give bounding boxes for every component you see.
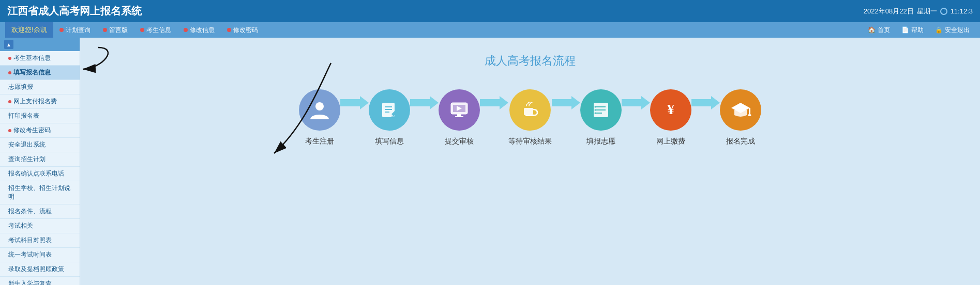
help-label: 帮助 — [911, 26, 924, 35]
sidebar-item-label: 考生基本信息 — [13, 54, 51, 62]
screen-icon — [448, 99, 471, 121]
sidebar-item-label: 报名确认点联系电话 — [8, 169, 64, 178]
nav-bar: 欢迎您!余凯 计划查询 留言版 考生信息 修改信息 修改密码 🏠 首页 📄 — [0, 22, 980, 38]
nav-info-btn[interactable]: 考生信息 — [134, 22, 177, 38]
nav-right: 🏠 首页 📄 帮助 🔒 安全退出 — [863, 22, 975, 38]
yuan-icon: ¥ — [659, 99, 682, 121]
sidebar-item-label: 打印报名表 — [8, 112, 39, 120]
step-wait-circle[interactable] — [509, 89, 551, 131]
sidebar-item-label: 统一考试时间表 — [8, 250, 52, 259]
content-area: 成人高考报名流程 考生注册 — [80, 38, 980, 285]
sidebar-item-new-student[interactable]: 新生入学与复查 — [0, 277, 80, 285]
arrow-2 — [410, 95, 439, 126]
step-volunteer-label: 填报志愿 — [586, 137, 615, 146]
sidebar-item-label: 录取及提档照顾政策 — [8, 265, 64, 274]
person-icon — [308, 99, 331, 121]
arrow-6 — [691, 95, 720, 126]
sidebar-item-volunteer[interactable]: 志愿填报 — [0, 80, 80, 94]
step-submit-circle[interactable] — [439, 89, 480, 131]
arrow-icon — [410, 95, 439, 110]
sidebar-item-conditions[interactable]: 报名条件、流程 — [0, 204, 80, 219]
step-pay-label: 网上缴费 — [656, 137, 685, 146]
sidebar-item-safe-exit[interactable]: 安全退出系统 — [0, 138, 80, 152]
sidebar-item-label: 报名条件、流程 — [8, 207, 52, 216]
sidebar-item-label: 填写报名信息 — [13, 68, 51, 77]
step-submit[interactable]: 提交审核 — [439, 89, 480, 146]
step-pay-circle[interactable]: ¥ — [650, 89, 691, 131]
nav-edit-btn[interactable]: 修改信息 — [177, 22, 221, 38]
nav-plan-btn[interactable]: 计划查询 — [53, 22, 97, 38]
step-volunteer[interactable]: 填报志愿 — [580, 89, 622, 146]
step-register[interactable]: 考生注册 — [299, 89, 340, 146]
step-wait[interactable]: 等待审核结果 — [508, 89, 552, 146]
arrow-1 — [340, 95, 369, 126]
step-fill-circle[interactable] — [369, 89, 410, 131]
svg-rect-28 — [749, 108, 750, 114]
sidebar-item-print[interactable]: 打印报名表 — [0, 109, 80, 123]
sidebar-item-school-plan[interactable]: 招生学校、招生计划说明 — [0, 181, 80, 204]
sidebar-item-unified-time[interactable]: 统一考试时间表 — [0, 248, 80, 262]
svg-point-23 — [595, 113, 596, 114]
logout-label: 安全退出 — [945, 26, 970, 35]
arrow-icon — [480, 95, 508, 110]
sidebar-header: ▲ — [0, 38, 80, 51]
svg-point-29 — [748, 114, 751, 116]
sidebar-item-label: 安全退出系统 — [8, 140, 46, 149]
sidebar-item-exam-related[interactable]: 考试相关 — [0, 219, 80, 233]
nav-board-dot — [103, 28, 107, 32]
nav-info-dot — [140, 28, 144, 32]
edit-icon — [378, 99, 401, 121]
step-pay[interactable]: ¥ 网上缴费 — [650, 89, 691, 146]
sidebar-item-fill-info[interactable]: 填写报名信息 — [0, 66, 80, 80]
svg-marker-16 — [552, 96, 580, 109]
step-complete-circle[interactable] — [720, 89, 761, 131]
sidebar: ▲ 考生基本信息 填写报名信息 志愿填报 网上支付报名费 打印报名表 修改考生密… — [0, 38, 80, 285]
svg-marker-26 — [691, 96, 720, 109]
nav-left: 欢迎您!余凯 计划查询 留言版 考生信息 修改信息 修改密码 — [5, 22, 264, 38]
sidebar-item-basic-info[interactable]: 考生基本信息 — [0, 51, 80, 66]
nav-board-btn[interactable]: 留言版 — [97, 22, 134, 38]
sidebar-item-label: 修改考生密码 — [13, 126, 51, 135]
sidebar-item-subject-table[interactable]: 考试科目对照表 — [0, 233, 80, 248]
home-btn[interactable]: 🏠 首页 — [863, 22, 895, 38]
list-icon — [590, 99, 612, 121]
svg-rect-15 — [525, 115, 534, 116]
sidebar-item-admission[interactable]: 录取及提档照顾政策 — [0, 262, 80, 277]
time-label: 11:12:3 — [951, 7, 973, 15]
step-volunteer-circle[interactable] — [580, 89, 622, 131]
sidebar-item-label: 网上支付报名费 — [13, 97, 57, 106]
sidebar-item-label: 新生入学与复查 — [8, 279, 52, 285]
svg-marker-1 — [340, 96, 369, 109]
sidebar-item-pay[interactable]: 网上支付报名费 — [0, 94, 80, 109]
sidebar-item-label: 招生学校、招生计划说明 — [8, 184, 76, 201]
process-flow: 考生注册 — [299, 89, 761, 146]
arrow-3 — [480, 95, 508, 126]
nav-pwd-btn[interactable]: 修改密码 — [221, 22, 264, 38]
arrow-icon — [691, 95, 720, 110]
main-layout: ▲ 考生基本信息 填写报名信息 志愿填报 网上支付报名费 打印报名表 修改考生密… — [0, 38, 980, 285]
nav-pwd-label: 修改密码 — [233, 26, 258, 35]
svg-marker-7 — [410, 96, 439, 109]
logout-btn[interactable]: 🔒 安全退出 — [930, 22, 975, 38]
app-title: 江西省成人高考网上报名系统 — [7, 4, 142, 18]
help-btn[interactable]: 📄 帮助 — [896, 22, 929, 38]
sidebar-dot — [8, 71, 11, 74]
date-label: 2022年08月22日 — [864, 7, 914, 16]
svg-text:¥: ¥ — [667, 101, 674, 117]
sidebar-item-change-pwd[interactable]: 修改考生密码 — [0, 123, 80, 138]
sidebar-item-query-plan[interactable]: 查询招生计划 — [0, 152, 80, 167]
sidebar-scroll-up-btn[interactable]: ▲ — [4, 40, 13, 49]
sidebar-item-contact[interactable]: 报名确认点联系电话 — [0, 167, 80, 181]
svg-rect-12 — [455, 116, 463, 117]
step-register-circle[interactable] — [299, 89, 340, 131]
sidebar-item-label: 查询招生计划 — [8, 155, 46, 164]
nav-board-label: 留言版 — [109, 26, 128, 35]
step-fill[interactable]: 填写信息 — [369, 89, 410, 146]
step-complete[interactable]: 报名完成 — [720, 89, 761, 146]
svg-point-21 — [595, 106, 596, 108]
arrow-icon — [340, 95, 369, 110]
sidebar-item-label: 考试相关 — [8, 221, 33, 230]
datetime-area: 2022年08月22日 星期一 11:12:3 — [864, 7, 973, 16]
nav-info-label: 考生信息 — [146, 26, 171, 35]
home-icon: 🏠 — [868, 26, 876, 34]
